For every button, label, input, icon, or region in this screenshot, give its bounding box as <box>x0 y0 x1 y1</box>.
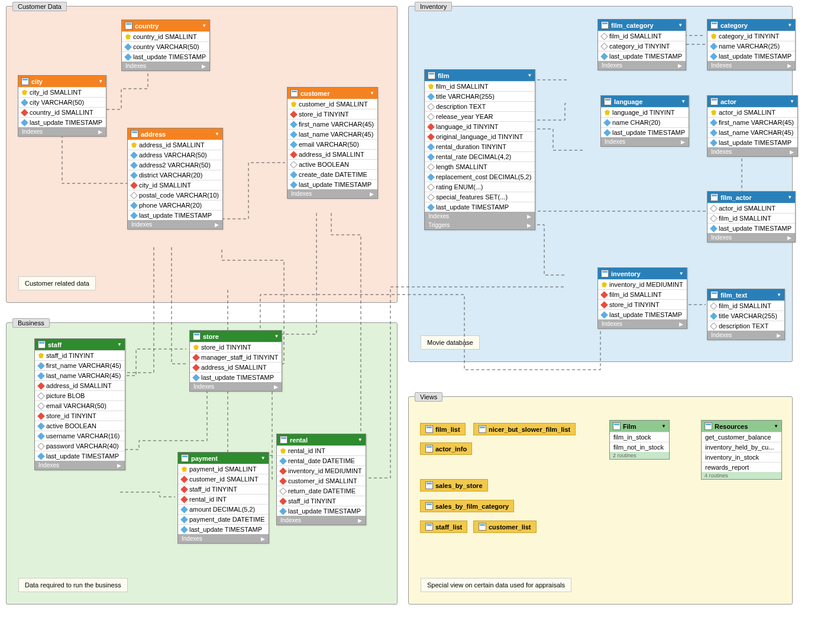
table-header[interactable]: payment▼ <box>178 453 269 464</box>
table-inventory[interactable]: inventory▼inventory_id MEDIUMINTfilm_id … <box>597 267 687 329</box>
indexes-section[interactable]: Indexes▶ <box>707 331 784 340</box>
column-row[interactable]: last_name VARCHAR(45) <box>707 127 797 137</box>
table-header[interactable]: language▼ <box>601 96 689 107</box>
column-row[interactable]: customer_id SMALLINT <box>277 476 366 486</box>
column-row[interactable]: first_name VARCHAR(45) <box>35 360 125 370</box>
table-header[interactable]: actor▼ <box>707 96 797 107</box>
column-row[interactable]: country_id SMALLINT <box>122 31 209 41</box>
column-row[interactable]: last_update TIMESTAMP <box>707 51 795 61</box>
routine-group-film[interactable]: Film▼ film_in_stock film_not_in_stock 2 … <box>609 420 670 460</box>
indexes-section[interactable]: Indexes▶ <box>277 516 366 525</box>
routine-row[interactable]: film_in_stock <box>610 432 669 442</box>
column-row[interactable]: last_update TIMESTAMP <box>35 451 125 461</box>
table-header[interactable]: category▼ <box>707 20 795 31</box>
table-payment[interactable]: payment▼payment_id SMALLINTcustomer_id S… <box>177 452 269 544</box>
column-row[interactable]: store_id TINYINT <box>598 299 687 309</box>
table-staff[interactable]: staff▼staff_id TINYINTfirst_name VARCHAR… <box>34 338 125 470</box>
table-store[interactable]: store▼store_id TINYINTmanager_staff_id T… <box>189 330 282 392</box>
column-row[interactable]: last_update TIMESTAMP <box>425 202 535 212</box>
column-row[interactable]: length SMALLINT <box>425 161 535 172</box>
column-row[interactable]: special_features SET(...) <box>425 192 535 202</box>
column-row[interactable]: password VARCHAR(40) <box>35 441 125 451</box>
column-row[interactable]: address VARCHAR(50) <box>128 150 222 160</box>
column-row[interactable]: description TEXT <box>425 101 535 111</box>
column-row[interactable]: title VARCHAR(255) <box>425 91 535 101</box>
table-header[interactable]: film_text▼ <box>707 289 784 300</box>
column-row[interactable]: original_language_id TINYINT <box>425 131 535 141</box>
indexes-section[interactable]: Indexes▶ <box>707 147 797 156</box>
table-film_category[interactable]: film_category▼film_id SMALLINTcategory_i… <box>597 19 686 70</box>
column-row[interactable]: customer_id SMALLINT <box>178 474 269 484</box>
column-row[interactable]: country_id SMALLINT <box>18 107 106 117</box>
column-row[interactable]: last_update TIMESTAMP <box>601 127 689 137</box>
table-header[interactable]: film▼ <box>425 70 535 81</box>
column-row[interactable]: picture BLOB <box>35 390 125 400</box>
table-header[interactable]: inventory▼ <box>598 268 687 279</box>
column-row[interactable]: film_id SMALLINT <box>598 289 687 299</box>
column-row[interactable]: rental_date DATETIME <box>277 455 366 466</box>
indexes-section[interactable]: Indexes▶ <box>707 61 795 70</box>
view-sales-store[interactable]: sales_by_store <box>420 479 488 492</box>
view-film-list[interactable]: film_list <box>420 423 466 435</box>
table-language[interactable]: language▼language_id TINYINTname CHAR(20… <box>600 95 689 147</box>
column-row[interactable]: description TEXT <box>707 321 784 331</box>
column-row[interactable]: rental_id INT <box>277 445 366 455</box>
column-row[interactable]: film_id SMALLINT <box>598 31 686 41</box>
column-row[interactable]: amount DECIMAL(5,2) <box>178 504 269 514</box>
table-address[interactable]: address▼address_id SMALLINTaddress VARCH… <box>127 128 223 230</box>
column-row[interactable]: language_id TINYINT <box>425 121 535 131</box>
column-row[interactable]: name VARCHAR(25) <box>707 41 795 51</box>
table-header[interactable]: city▼ <box>18 76 106 87</box>
indexes-section[interactable]: Indexes▶ <box>18 127 106 136</box>
indexes-section[interactable]: Indexes▶ <box>287 189 377 198</box>
column-row[interactable]: rental_duration TINYINT <box>425 141 535 151</box>
view-sales-cat[interactable]: sales_by_film_category <box>420 500 514 512</box>
view-actor-info[interactable]: actor_info <box>420 442 472 455</box>
column-row[interactable]: phone VARCHAR(20) <box>128 200 222 210</box>
column-row[interactable]: last_update TIMESTAMP <box>128 210 222 220</box>
indexes-section[interactable]: Indexes▶ <box>598 319 687 328</box>
view-nicer[interactable]: nicer_but_slower_film_list <box>473 423 576 435</box>
column-row[interactable]: last_update TIMESTAMP <box>598 51 686 61</box>
table-header[interactable]: customer▼ <box>287 88 377 99</box>
column-row[interactable]: staff_id TINYINT <box>277 496 366 506</box>
routine-group-resources[interactable]: Resources▼ get_customer_balance inventor… <box>701 420 782 480</box>
column-row[interactable]: last_update TIMESTAMP <box>18 117 106 127</box>
column-row[interactable]: film_id SMALLINT <box>425 81 535 91</box>
column-row[interactable]: create_date DATETIME <box>287 169 377 179</box>
column-row[interactable]: active BOOLEAN <box>35 421 125 431</box>
table-header[interactable]: address▼ <box>128 128 222 140</box>
table-header[interactable]: film_actor▼ <box>707 192 795 203</box>
column-row[interactable]: last_update TIMESTAMP <box>287 179 377 189</box>
column-row[interactable]: email VARCHAR(50) <box>287 139 377 149</box>
view-staff-list[interactable]: staff_list <box>420 521 467 533</box>
column-row[interactable]: postal_code VARCHAR(10) <box>128 190 222 200</box>
column-row[interactable]: last_update TIMESTAMP <box>707 137 797 147</box>
indexes-section[interactable]: Indexes▶ <box>35 461 125 470</box>
column-row[interactable]: address_id SMALLINT <box>128 140 222 150</box>
indexes-section[interactable]: Indexes▶ <box>122 62 209 70</box>
view-customer-list[interactable]: customer_list <box>473 521 537 533</box>
table-film_actor[interactable]: film_actor▼actor_id SMALLINTfilm_id SMAL… <box>707 191 796 243</box>
column-row[interactable]: address_id SMALLINT <box>287 149 377 159</box>
column-row[interactable]: username VARCHAR(16) <box>35 431 125 441</box>
column-row[interactable]: replacement_cost DECIMAL(5,2) <box>425 172 535 182</box>
indexes-section[interactable]: Indexes▶ <box>601 137 689 146</box>
indexes-section[interactable]: Indexes▶ <box>178 534 269 543</box>
triggers-section[interactable]: Triggers▶ <box>425 221 535 230</box>
column-row[interactable]: staff_id TINYINT <box>178 484 269 494</box>
column-row[interactable]: inventory_id MEDIUMINT <box>598 279 687 289</box>
column-row[interactable]: city VARCHAR(50) <box>18 97 106 107</box>
routine-row[interactable]: inventory_held_by_cu... <box>702 442 781 452</box>
column-row[interactable]: country VARCHAR(50) <box>122 41 209 51</box>
column-row[interactable]: last_update TIMESTAMP <box>598 309 687 319</box>
table-country[interactable]: country▼country_id SMALLINTcountry VARCH… <box>121 20 210 71</box>
column-row[interactable]: name CHAR(20) <box>601 117 689 127</box>
table-header[interactable]: film_category▼ <box>598 20 686 31</box>
table-film_text[interactable]: film_text▼film_id SMALLINTtitle VARCHAR(… <box>707 289 785 340</box>
table-header[interactable]: rental▼ <box>277 434 366 445</box>
table-category[interactable]: category▼category_id TINYINTname VARCHAR… <box>707 19 796 70</box>
indexes-section[interactable]: Indexes▶ <box>707 233 795 242</box>
column-row[interactable]: rental_rate DECIMAL(4,2) <box>425 151 535 161</box>
column-row[interactable]: active BOOLEAN <box>287 159 377 169</box>
